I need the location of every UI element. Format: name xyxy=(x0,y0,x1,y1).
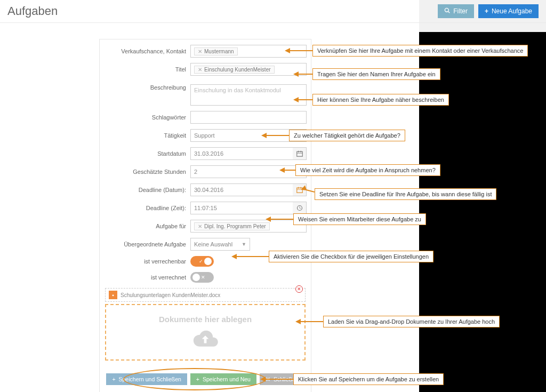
svg-line-12 xyxy=(300,208,301,209)
svg-line-1 xyxy=(448,12,450,13)
row-deadline-date: Deadline (Datum): 30.04.2016 xyxy=(104,183,307,196)
contact-tag[interactable]: ✕Mustermann xyxy=(194,47,238,55)
row-title: Titel ✕Einschulung KundenMeister xyxy=(104,63,307,76)
attached-file-name: Schulungsunterlagen KundenMeister.docx xyxy=(121,292,220,298)
row-start-date: Startdatum 31.03.2016 xyxy=(104,147,307,160)
row-description: Beschreibung Einschulung in das Kontaktm… xyxy=(104,84,307,106)
callout-dropzone: Laden Sie via Drag-and-Drop Dokumente zu… xyxy=(295,316,500,327)
dropdown-parent[interactable]: Keine Auswahl ▼ xyxy=(190,238,250,251)
save-close-button[interactable]: + Speichern und Schließen xyxy=(106,373,187,385)
callout-title: Tragen Sie hier den Namen Ihrer Aufgabe … xyxy=(293,68,440,80)
callout-deadline: Setzen Sie eine Deadline für Ihre Aufgab… xyxy=(301,188,496,200)
label-deadline-time: Deadline (Zeit): xyxy=(104,205,186,211)
callout-assignee: Weisen Sie einem Mitarbeiter diese Aufga… xyxy=(266,213,426,225)
drop-zone[interactable]: Dokumente hier ablegen xyxy=(105,304,306,361)
row-est-hours: Geschätzte Stunden 2 xyxy=(104,165,307,178)
assignee-tag[interactable]: ✕Dipl. Ing. Programm Peter xyxy=(194,222,270,230)
remove-file-button[interactable]: ✕ xyxy=(295,285,303,293)
row-deadline-time: Deadline (Zeit): 11:07:15 xyxy=(104,202,307,214)
file-icon: ▪ xyxy=(109,291,117,299)
input-deadline-time[interactable]: 11:07:15 xyxy=(190,202,293,214)
attached-file: ▪ Schulungsunterlagen KundenMeister.docx… xyxy=(105,288,306,302)
cloud-upload-icon xyxy=(190,328,220,348)
filter-button[interactable]: Filter xyxy=(438,4,474,18)
new-task-button[interactable]: + Neue Aufgabe xyxy=(478,4,539,18)
label-tags: Schlagwörter xyxy=(104,114,186,121)
label-description: Beschreibung xyxy=(104,84,186,91)
page-title: Aufgaben xyxy=(7,4,58,18)
title-tag[interactable]: ✕Einschulung KundenMeister xyxy=(194,66,275,74)
label-est-hours: Geschätzte Stunden xyxy=(104,169,186,175)
label-parent: Übergeordnete Aufgabe xyxy=(104,241,186,247)
label-assignee: Aufgabe für xyxy=(104,223,186,229)
input-start-date[interactable]: 31.03.2016 xyxy=(190,147,293,160)
search-icon xyxy=(444,7,450,15)
close-icon[interactable]: ✕ xyxy=(198,223,202,229)
right-black-bg xyxy=(419,32,546,392)
textarea-description[interactable]: Einschulung in das Kontaktmodul xyxy=(190,84,307,106)
callout-save: Klicken Sie auf Speichern um die Aufgabe… xyxy=(260,373,444,385)
row-tags: Schlagwörter xyxy=(104,111,307,124)
save-new-button[interactable]: + Speichern und Neu xyxy=(190,373,256,385)
input-tags[interactable] xyxy=(190,111,307,124)
close-icon[interactable]: ✕ xyxy=(198,49,202,54)
top-header: Aufgaben Filter + Neue Aufgabe xyxy=(0,0,546,23)
row-contact: Verkaufschance, Kontakt ✕Mustermann xyxy=(104,45,307,58)
plus-icon: + xyxy=(196,376,199,382)
label-title: Titel xyxy=(104,66,186,73)
filter-button-label: Filter xyxy=(453,7,468,15)
callout-activity: Zu welcher Tätigkeit gehört die Aufgabe? xyxy=(261,130,405,141)
svg-point-0 xyxy=(445,8,449,12)
row-billed: ist verrechnet ✕ xyxy=(104,272,307,283)
row-parent: Übergeordnete Aufgabe Keine Auswahl ▼ xyxy=(104,238,307,251)
new-task-button-label: Neue Aufgabe xyxy=(492,7,532,15)
plus-icon: + xyxy=(485,7,488,15)
callout-description: Hier können Sie Ihre Aufgabe näher besch… xyxy=(293,94,449,106)
label-start-date: Startdatum xyxy=(104,150,186,157)
plus-icon: + xyxy=(112,376,115,382)
input-deadline-date[interactable]: 30.04.2016 xyxy=(190,183,293,196)
clock-icon[interactable] xyxy=(293,202,307,214)
chevron-down-icon: ▼ xyxy=(242,242,246,247)
input-title[interactable]: ✕Einschulung KundenMeister xyxy=(190,63,307,76)
callout-contact: Verknüpfen Sie hier Ihre Aufgabe mit ein… xyxy=(285,45,528,57)
calendar-icon[interactable] xyxy=(293,147,307,160)
svg-rect-2 xyxy=(296,151,302,156)
callout-toggles: Aktivieren Sie die Checkbox für die jewe… xyxy=(231,251,433,262)
label-billable: ist verrechenbar xyxy=(104,258,186,265)
toggle-billed[interactable]: ✕ xyxy=(190,272,214,283)
label-billed: ist verrechnet xyxy=(104,274,186,281)
drop-zone-label: Dokumente hier ablegen xyxy=(110,315,300,324)
label-contact: Verkaufschance, Kontakt xyxy=(104,48,186,54)
toggle-billable[interactable]: ✓ xyxy=(190,256,214,267)
label-deadline-date: Deadline (Datum): xyxy=(104,187,186,193)
label-activity: Tätigkeit xyxy=(104,132,186,139)
callout-est-hours: Wie viel Zeit wird die Aufgabe in Anspru… xyxy=(279,164,440,176)
close-icon[interactable]: ✕ xyxy=(198,67,202,73)
